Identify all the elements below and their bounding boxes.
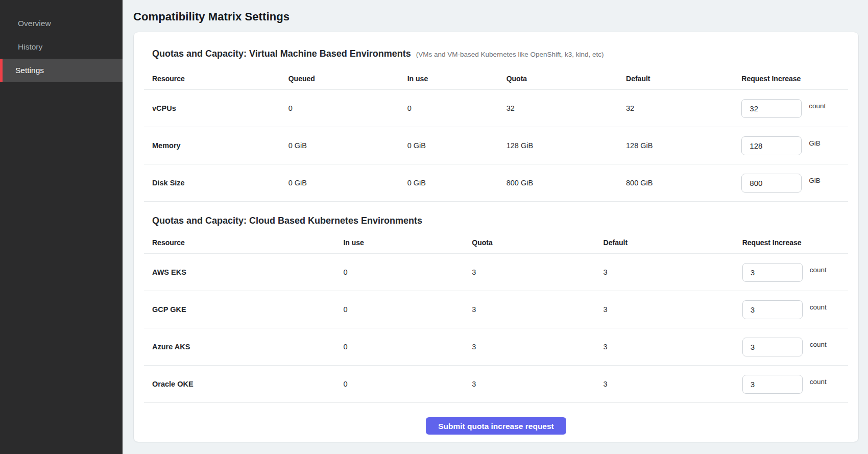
quota-value: 128 GiB: [507, 141, 626, 150]
column-header-in-use: In use: [407, 75, 507, 83]
sidebar-item-label: Settings: [15, 66, 44, 75]
request-increase-input[interactable]: [742, 300, 803, 319]
request-increase-input[interactable]: [741, 174, 802, 193]
in-use-value: 0 GiB: [407, 141, 507, 150]
request-increase-input[interactable]: [741, 136, 802, 155]
request-increase-cell: GiB: [741, 174, 840, 193]
column-header-resource: Resource: [152, 238, 343, 247]
cloud-section-title: Quotas and Capacity: Cloud Based Kuberne…: [152, 216, 422, 226]
sidebar-item-history[interactable]: History: [0, 35, 123, 59]
unit-label: count: [810, 266, 827, 274]
cloud-table-header-row: Resource In use Quota Default Request In…: [144, 231, 848, 254]
sidebar-item-settings[interactable]: Settings: [0, 59, 123, 82]
vm-section-subtitle: (VMs and VM-based Kubernetes like OpenSh…: [416, 51, 604, 58]
request-increase-input[interactable]: [741, 99, 802, 118]
sidebar-item-label: Overview: [18, 19, 51, 28]
table-row-vcpus: vCPUs 0 0 32 32 count: [144, 90, 848, 127]
quota-value: 3: [472, 305, 603, 314]
cloud-quota-table: Resource In use Quota Default Request In…: [144, 231, 848, 403]
unit-label: count: [810, 341, 827, 348]
request-increase-cell: count: [742, 300, 840, 319]
unit-label: count: [809, 102, 826, 110]
default-value: 3: [604, 305, 742, 314]
table-row-oracle-oke: Oracle OKE 0 3 3 count: [144, 366, 848, 403]
unit-label: count: [810, 303, 827, 311]
default-value: 3: [604, 343, 742, 351]
resource-name: vCPUs: [152, 104, 288, 112]
vm-quota-table: Resource Queued In use Quota Default Req…: [144, 67, 848, 202]
column-header-request-increase: Request Increase: [742, 238, 840, 247]
resource-name: Azure AKS: [152, 343, 343, 351]
request-increase-input[interactable]: [742, 263, 803, 282]
vm-section-header: Quotas and Capacity: Virtual Machine Bas…: [144, 36, 848, 67]
table-row-memory: Memory 0 GiB 0 GiB 128 GiB 128 GiB GiB: [144, 127, 848, 164]
cloud-section-header: Quotas and Capacity: Cloud Based Kuberne…: [144, 202, 848, 231]
sidebar: Overview History Settings: [0, 0, 123, 454]
unit-label: count: [810, 378, 827, 386]
submit-quota-increase-button[interactable]: Submit quota increase request: [426, 417, 566, 435]
resource-name: Oracle OKE: [152, 380, 343, 388]
column-header-quota: Quota: [507, 75, 626, 83]
quota-value: 32: [507, 104, 626, 112]
column-header-default: Default: [626, 75, 741, 83]
default-value: 800 GiB: [626, 179, 741, 187]
unit-label: GiB: [809, 139, 821, 147]
vm-section-title: Quotas and Capacity: Virtual Machine Bas…: [152, 49, 411, 59]
quota-value: 3: [472, 343, 603, 351]
quota-value: 3: [472, 268, 603, 276]
resource-name: GCP GKE: [152, 305, 343, 314]
sidebar-item-overview[interactable]: Overview: [0, 12, 123, 35]
default-value: 32: [626, 104, 741, 112]
queued-value: 0: [288, 104, 407, 112]
resource-name: Disk Size: [152, 179, 288, 187]
in-use-value: 0: [343, 268, 472, 276]
request-increase-cell: count: [742, 375, 840, 394]
resource-name: AWS EKS: [152, 268, 343, 276]
queued-value: 0 GiB: [288, 141, 407, 150]
vm-table-header-row: Resource Queued In use Quota Default Req…: [144, 67, 848, 90]
request-increase-cell: count: [742, 263, 840, 282]
column-header-resource: Resource: [152, 75, 288, 83]
table-row-aws-eks: AWS EKS 0 3 3 count: [144, 254, 848, 291]
in-use-value: 0: [407, 104, 507, 112]
quota-value: 800 GiB: [507, 179, 626, 187]
default-value: 3: [604, 380, 742, 388]
table-row-gcp-gke: GCP GKE 0 3 3 count: [144, 291, 848, 328]
resource-name: Memory: [152, 141, 288, 150]
page-title: Compatibility Matrix Settings: [133, 10, 859, 23]
default-value: 3: [604, 268, 742, 276]
column-header-queued: Queued: [288, 75, 407, 83]
in-use-value: 0: [343, 305, 472, 314]
quota-value: 3: [472, 380, 603, 388]
request-increase-input[interactable]: [742, 338, 803, 356]
main-content: Compatibility Matrix Settings Quotas and…: [123, 0, 868, 454]
column-header-request-increase: Request Increase: [741, 75, 840, 83]
request-increase-input[interactable]: [742, 375, 803, 394]
in-use-value: 0: [343, 380, 472, 388]
default-value: 128 GiB: [626, 141, 741, 150]
request-increase-cell: count: [742, 338, 840, 356]
unit-label: GiB: [809, 177, 821, 184]
in-use-value: 0 GiB: [407, 179, 507, 187]
request-increase-cell: count: [741, 99, 840, 118]
column-header-default: Default: [604, 238, 742, 247]
table-row-azure-aks: Azure AKS 0 3 3 count: [144, 328, 848, 366]
column-header-quota: Quota: [472, 238, 603, 247]
table-row-disk-size: Disk Size 0 GiB 0 GiB 800 GiB 800 GiB Gi…: [144, 164, 848, 202]
in-use-value: 0: [343, 343, 472, 351]
card-footer: Submit quota increase request: [144, 403, 848, 449]
column-header-in-use: In use: [343, 238, 472, 247]
queued-value: 0 GiB: [288, 179, 407, 187]
sidebar-item-label: History: [18, 42, 42, 52]
settings-card: Quotas and Capacity: Virtual Machine Bas…: [133, 32, 859, 442]
request-increase-cell: GiB: [741, 136, 840, 155]
